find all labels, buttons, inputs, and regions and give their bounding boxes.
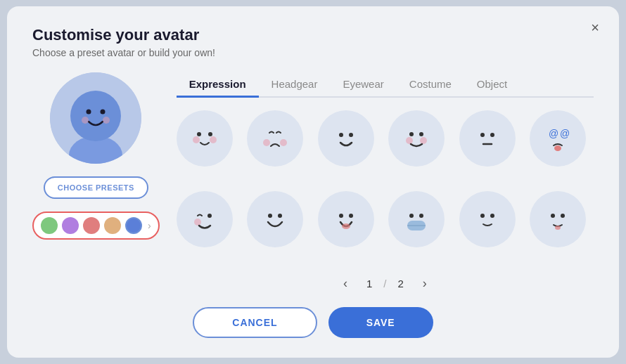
svg-point-40: [555, 226, 561, 230]
dialog-subtitle: Choose a preset avatar or build your own…: [32, 47, 594, 58]
svg-point-11: [263, 139, 270, 146]
svg-point-30: [349, 214, 353, 218]
svg-point-15: [409, 132, 414, 136]
svg-point-24: [554, 145, 561, 151]
face-mask[interactable]: [388, 191, 445, 247]
svg-text:@: @: [560, 128, 570, 139]
svg-point-7: [197, 132, 201, 136]
svg-point-9: [193, 136, 200, 143]
face-dizzy[interactable]: @ @: [530, 110, 586, 167]
svg-point-27: [268, 214, 272, 218]
face-smile[interactable]: [318, 110, 374, 167]
face-content[interactable]: [459, 191, 516, 247]
svg-text:@: @: [549, 128, 558, 139]
color-swatches-container: ›: [32, 212, 160, 240]
avatar-dialog: × Customise your avatar Choose a preset …: [7, 6, 619, 358]
avatar-preview: [50, 72, 141, 164]
tabs-container: Expression Headgear Eyewear Costume Obje…: [177, 72, 594, 98]
svg-point-17: [406, 137, 413, 144]
tab-headgear[interactable]: Headgear: [259, 72, 331, 98]
cancel-button[interactable]: CANCEL: [193, 307, 317, 338]
svg-point-5: [82, 117, 89, 124]
svg-point-39: [561, 214, 565, 218]
dialog-footer: CANCEL SAVE: [32, 307, 594, 338]
svg-point-37: [490, 214, 494, 218]
choose-presets-button[interactable]: CHOOSE PRESETS: [44, 176, 148, 199]
total-pages: 2: [397, 278, 403, 290]
tab-eyewear[interactable]: Eyewear: [330, 72, 396, 98]
svg-point-18: [420, 137, 427, 144]
svg-point-26: [194, 219, 201, 226]
content-area: CHOOSE PRESETS › Expression Headgear Eye…: [32, 72, 594, 293]
dialog-title: Customise your avatar: [32, 26, 594, 44]
face-sad[interactable]: [247, 110, 303, 167]
svg-point-25: [207, 214, 212, 218]
svg-point-14: [349, 133, 353, 137]
svg-point-16: [419, 132, 423, 136]
color-swatch-purple[interactable]: [62, 217, 79, 234]
color-swatch-green[interactable]: [41, 217, 58, 234]
avatar-svg: [50, 72, 141, 164]
current-page: 1: [366, 278, 372, 290]
right-panel: Expression Headgear Eyewear Costume Obje…: [177, 72, 594, 293]
svg-point-13: [339, 133, 343, 137]
color-swatch-red[interactable]: [83, 217, 100, 234]
left-panel: CHOOSE PRESETS ›: [32, 72, 160, 293]
color-arrow-icon[interactable]: ›: [148, 220, 151, 231]
svg-point-6: [103, 117, 110, 124]
emoji-grid: @ @: [177, 110, 594, 265]
svg-point-20: [490, 133, 494, 137]
color-swatch-orange[interactable]: [104, 217, 121, 234]
svg-point-8: [208, 132, 212, 136]
svg-point-38: [551, 214, 555, 218]
prev-page-button[interactable]: ‹: [336, 273, 355, 293]
tab-costume[interactable]: Costume: [397, 72, 464, 98]
face-smirk[interactable]: [388, 110, 445, 167]
face-blush[interactable]: [177, 110, 233, 167]
next-page-button[interactable]: ›: [415, 273, 435, 293]
svg-point-28: [278, 214, 282, 218]
page-separator: /: [383, 278, 386, 290]
svg-point-4: [101, 110, 106, 115]
svg-point-3: [87, 110, 91, 115]
face-smug[interactable]: [530, 191, 586, 247]
svg-point-32: [409, 214, 414, 218]
tab-expression[interactable]: Expression: [177, 72, 259, 98]
color-swatch-blue[interactable]: [125, 217, 142, 234]
save-button[interactable]: SAVE: [328, 307, 433, 338]
svg-point-31: [342, 223, 350, 229]
svg-point-36: [480, 214, 485, 218]
face-happy[interactable]: [247, 191, 303, 247]
svg-point-12: [280, 139, 287, 146]
face-open[interactable]: [318, 191, 374, 247]
close-button[interactable]: ×: [585, 18, 605, 37]
svg-point-33: [419, 214, 423, 218]
tab-object[interactable]: Object: [464, 72, 520, 98]
svg-point-29: [339, 214, 343, 218]
svg-point-10: [210, 136, 217, 143]
svg-point-19: [480, 133, 485, 137]
pagination-bar: ‹ 1 / 2 ›: [177, 273, 594, 293]
svg-point-2: [70, 91, 121, 141]
face-wink[interactable]: [177, 191, 233, 247]
face-neutral[interactable]: [459, 110, 516, 167]
